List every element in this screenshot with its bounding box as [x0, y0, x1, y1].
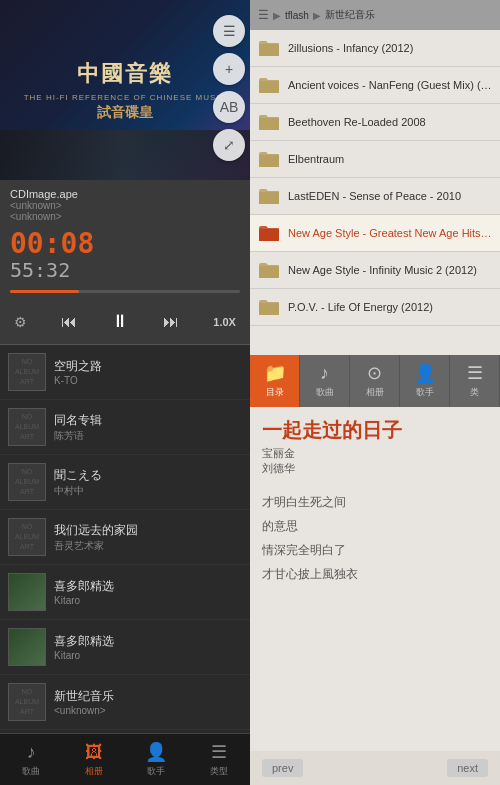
playlist-thumb: NO ALBUM ART: [8, 463, 46, 501]
breadcrumb-sep: ▶: [273, 10, 281, 21]
breadcrumb-separator: ▶: [313, 10, 321, 21]
file-item[interactable]: Ancient voices - NanFeng (Guest Mix) (20…: [250, 67, 500, 104]
tab-label: 类: [470, 386, 479, 399]
file-item[interactable]: 2illusions - Infancy (2012): [250, 30, 500, 67]
lyrics-nav: prev next: [250, 751, 500, 785]
playlist-text: 空明之路K-TO: [54, 358, 242, 386]
file-item[interactable]: LastEDEN - Sense of Peace - 2010: [250, 178, 500, 215]
file-item[interactable]: New Age Style - Infinity Music 2 (2012): [250, 252, 500, 289]
playlist-text: 同名专辑陈芳语: [54, 412, 242, 443]
play-pause-button[interactable]: ⏸: [107, 307, 133, 336]
speed-button[interactable]: 1.0X: [209, 312, 240, 332]
nav-label: 相册: [85, 765, 103, 778]
nav-label: 类型: [210, 765, 228, 778]
lyrics-line: 才甘心披上風独衣: [262, 562, 488, 586]
nav-item-相册[interactable]: 🖼相册: [63, 734, 126, 785]
breadcrumb-part: tflash: [285, 10, 309, 21]
lyrics-line: 的意思: [262, 514, 488, 538]
tab-歌曲[interactable]: ♪歌曲: [300, 355, 350, 407]
tab-label: 歌手: [416, 386, 434, 399]
tab-类[interactable]: ☰类: [450, 355, 500, 407]
tab-icon: 📁: [264, 362, 286, 384]
playlist-title: 空明之路: [54, 358, 242, 375]
nav-label: 歌曲: [22, 765, 40, 778]
settings-button[interactable]: ⚙: [10, 310, 31, 334]
expand-button[interactable]: ⤢: [213, 129, 245, 161]
song-title: 一起走过的日子: [262, 417, 488, 444]
right-panel: ☰▶tflash ▶ 新世纪音乐 2illusions - Infancy (2…: [250, 0, 500, 785]
playlist-thumb: [8, 628, 46, 666]
nav-label: 歌手: [147, 765, 165, 778]
next-lyrics-button[interactable]: next: [447, 759, 488, 777]
tab-icon: 👤: [414, 362, 436, 384]
playlist-title: 我们远去的家园: [54, 522, 242, 539]
playlist-text: 新世纪音乐<unknown>: [54, 688, 242, 716]
folder-icon: [258, 150, 280, 168]
playlist-thumb: NO ALBUM ART: [8, 408, 46, 446]
playlist-artist: K-TO: [54, 375, 242, 386]
file-name: Beethoven Re-Loaded 2008: [288, 116, 426, 128]
playlist-title: 喜多郎精选: [54, 633, 242, 650]
breadcrumb-icon: ☰: [258, 8, 269, 22]
file-name: New Age Style - Infinity Music 2 (2012): [288, 264, 477, 276]
bottom-tabs-right: 📁目录♪歌曲⊙相册👤歌手☰类: [250, 355, 500, 407]
nav-icon: 🖼: [85, 742, 103, 763]
file-item[interactable]: Elbentraum: [250, 141, 500, 178]
ab-repeat-button[interactable]: AB: [213, 91, 245, 123]
time-total: 55:32: [10, 258, 240, 282]
file-item[interactable]: New Age Style - Greatest New Age Hits, V…: [250, 215, 500, 252]
playlist-item[interactable]: NO ALBUM ART空明之路K-TO: [0, 345, 250, 400]
nav-icon: ♪: [27, 742, 36, 763]
tab-icon: ♪: [320, 363, 329, 384]
playlist-item[interactable]: NO ALBUM ART同名专辑陈芳语: [0, 400, 250, 455]
playlist-thumb: NO ALBUM ART: [8, 518, 46, 556]
prev-button[interactable]: ⏮: [57, 309, 81, 335]
tab-icon: ⊙: [367, 362, 382, 384]
album-subtitle: THE HI-FI REFERENCE OF CHINESE MUSIC: [24, 93, 227, 102]
prev-lyrics-button[interactable]: prev: [262, 759, 303, 777]
breadcrumb-part: 新世纪音乐: [325, 8, 375, 22]
file-name: 2illusions - Infancy (2012): [288, 42, 413, 54]
playlist-item[interactable]: NO ALBUM ART聞こえる中村中: [0, 455, 250, 510]
playlist-text: 喜多郎精选Kitaro: [54, 633, 242, 661]
file-item[interactable]: Beethoven Re-Loaded 2008: [250, 104, 500, 141]
album-title-cn: 中國音樂: [77, 59, 173, 89]
playlist-item[interactable]: 喜多郎精选Kitaro: [0, 565, 250, 620]
folder-icon: [258, 76, 280, 94]
next-button[interactable]: ⏭: [159, 309, 183, 335]
file-list: 2illusions - Infancy (2012) Ancient voic…: [250, 30, 500, 355]
add-button[interactable]: +: [213, 53, 245, 85]
file-name: Ancient voices - NanFeng (Guest Mix) (20…: [288, 79, 492, 91]
folder-icon: [258, 187, 280, 205]
playlist-title: 同名专辑: [54, 412, 242, 429]
nav-item-歌手[interactable]: 👤歌手: [125, 734, 188, 785]
nav-item-类型[interactable]: ☰类型: [188, 734, 251, 785]
playlist-item[interactable]: NO ALBUM ART我们远去的家园吾灵艺术家: [0, 510, 250, 565]
playlist: NO ALBUM ART空明之路K-TONO ALBUM ART同名专辑陈芳语N…: [0, 345, 250, 733]
tab-目录[interactable]: 📁目录: [250, 355, 300, 407]
folder-icon: [258, 39, 280, 57]
playlist-item[interactable]: NO ALBUM ART新世纪音乐<unknown>: [0, 675, 250, 730]
file-item[interactable]: P.O.V. - Life Of Energy (2012): [250, 289, 500, 326]
playlist-thumb: NO ALBUM ART: [8, 683, 46, 721]
progress-bar-fill: [10, 290, 79, 293]
breadcrumb: ☰▶tflash ▶ 新世纪音乐: [250, 0, 500, 30]
nav-item-歌曲[interactable]: ♪歌曲: [0, 734, 63, 785]
playback-controls: ⚙ ⏮ ⏸ ⏭ 1.0X: [0, 299, 250, 345]
file-name: LastEDEN - Sense of Peace - 2010: [288, 190, 461, 202]
tab-label: 相册: [366, 386, 384, 399]
tab-歌手[interactable]: 👤歌手: [400, 355, 450, 407]
menu-button[interactable]: ☰: [213, 15, 245, 47]
playlist-item[interactable]: 喜多郎精选Kitaro: [0, 620, 250, 675]
file-name: New Age Style - Greatest New Age Hits, V…: [288, 227, 492, 239]
playlist-thumb: [8, 573, 46, 611]
playlist-text: 喜多郎精选Kitaro: [54, 578, 242, 606]
file-name: P.O.V. - Life Of Energy (2012): [288, 301, 433, 313]
playlist-text: 我们远去的家园吾灵艺术家: [54, 522, 242, 553]
lyrics-line: 才明白生死之间: [262, 490, 488, 514]
playlist-artist: 中村中: [54, 484, 242, 498]
progress-bar-container[interactable]: [0, 286, 250, 299]
tab-相册[interactable]: ⊙相册: [350, 355, 400, 407]
playlist-title: 新世纪音乐: [54, 688, 242, 705]
playlist-artist: Kitaro: [54, 650, 242, 661]
